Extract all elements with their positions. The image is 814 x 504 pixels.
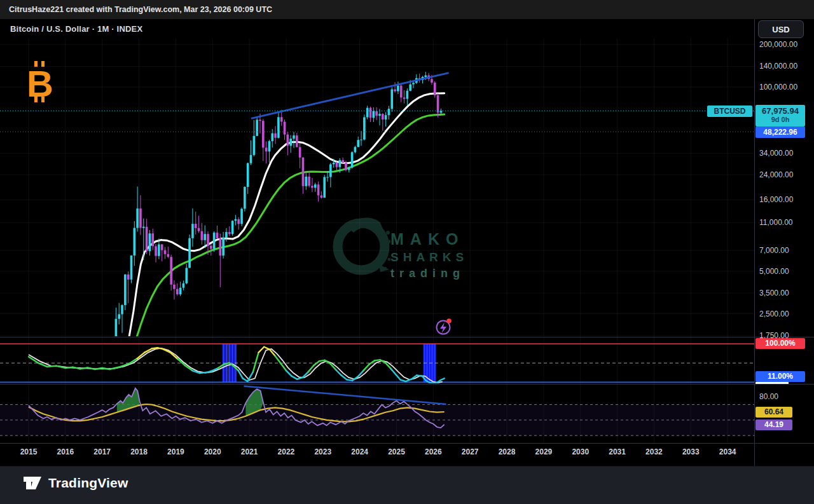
candlesticks-layer <box>102 72 442 388</box>
year-label: 2024 <box>351 447 368 456</box>
symbol-price-flag: BTCUSD <box>707 106 752 117</box>
price-tick: 5,000.00 <box>759 267 789 276</box>
oscillator-panel <box>0 344 754 383</box>
ma-slow-line <box>136 114 445 339</box>
year-label: 2028 <box>499 447 516 456</box>
symbol-title: Bitcoin / U.S. Dollar · 1M · INDEX <box>10 24 142 34</box>
bar-countdown: 9d 0h <box>755 116 805 124</box>
year-label: 2019 <box>167 447 184 456</box>
year-label: 2016 <box>57 447 74 456</box>
year-label: 2026 <box>425 447 442 456</box>
year-label: 2031 <box>609 447 626 456</box>
year-label: 2017 <box>93 447 111 456</box>
year-label: 2027 <box>462 447 479 456</box>
alert-lightning-icon[interactable] <box>437 318 452 334</box>
rsi-ma-badge: 60.64 <box>755 407 792 418</box>
last-price-value: 67,975.94 <box>755 106 805 116</box>
price-tick: 16,000.00 <box>759 195 793 204</box>
year-label: 2023 <box>314 447 331 456</box>
oscillator-signal-marker <box>755 382 789 384</box>
bitcoin-logo-icon: B <box>22 57 60 106</box>
rsi-panel <box>0 386 754 435</box>
alert-red-dot <box>446 318 452 324</box>
year-label: 2022 <box>278 447 295 456</box>
rsi-value-badge: 44.19 <box>755 419 792 430</box>
rsi-trendline <box>244 386 446 404</box>
year-label: 2021 <box>241 447 258 456</box>
year-label: 2015 <box>20 447 38 456</box>
tradingview-logo-icon <box>23 475 42 491</box>
year-label: 2020 <box>204 447 221 456</box>
trendline-main <box>251 73 449 119</box>
tradingview-published-chart: CitrusHaze221 created with TradingView.c… <box>0 0 814 504</box>
rsi-axis-tick: 80.00 <box>759 392 778 401</box>
chart-canvas[interactable] <box>0 0 814 504</box>
svg-text:B: B <box>27 63 53 104</box>
time-axis[interactable]: 2015201620172018201920202021202220232024… <box>0 445 754 463</box>
year-label: 2032 <box>645 447 663 456</box>
tradingview-logo-text: TradingView <box>48 475 128 491</box>
year-label: 2030 <box>572 447 589 456</box>
price-tick: 3,500.00 <box>759 289 789 297</box>
year-label: 2018 <box>130 447 148 456</box>
price-tick: 2,500.00 <box>759 310 789 318</box>
prev-close-badge: 48,222.96 <box>755 126 805 138</box>
tradingview-logo[interactable]: TradingView <box>23 475 128 491</box>
price-axis[interactable]: 200,000.00140,000.00100,000.0034,000.002… <box>754 38 814 445</box>
currency-usd-button[interactable]: USD <box>758 20 804 38</box>
year-label: 2025 <box>388 447 405 456</box>
year-label: 2034 <box>719 447 736 456</box>
last-price-badge: 67,975.94 9d 0h <box>755 105 805 126</box>
price-tick: 7,000.00 <box>759 246 789 255</box>
panel-separators <box>0 19 814 466</box>
price-tick: 24,000.00 <box>759 170 793 179</box>
footer-bar: TradingView <box>0 466 814 504</box>
oscillator-bottom-badge: 11.00% <box>755 371 805 382</box>
price-panel <box>0 72 754 388</box>
price-tick: 34,000.00 <box>759 149 793 158</box>
oscillator-top-badge: 100.00% <box>755 338 805 349</box>
price-tick: 11,000.00 <box>759 218 793 227</box>
price-tick: 140,000.00 <box>759 62 797 71</box>
price-tick: 100,000.00 <box>759 83 797 92</box>
price-tick: 200,000.00 <box>759 40 797 49</box>
year-label: 2029 <box>535 447 553 456</box>
year-label: 2033 <box>682 447 700 456</box>
